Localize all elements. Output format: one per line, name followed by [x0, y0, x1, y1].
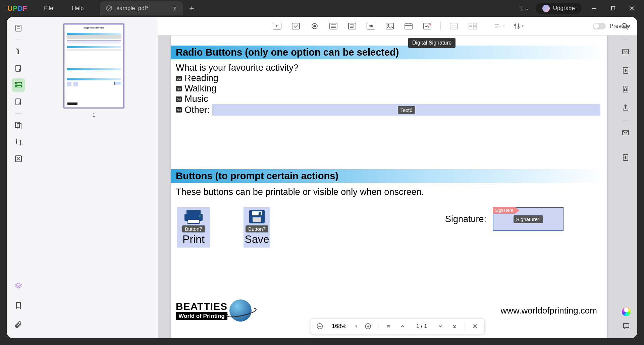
compress-tool[interactable] [619, 64, 632, 77]
zoom-out-button[interactable] [316, 322, 324, 330]
window-minimize-button[interactable] [588, 2, 600, 14]
radio-option-other[interactable]: ou Other: Text6 [176, 104, 607, 116]
svg-rect-39 [469, 23, 472, 26]
floppy-icon [247, 209, 267, 224]
preview-toggle[interactable] [593, 23, 606, 29]
form-tool[interactable] [12, 78, 25, 92]
page-indicator[interactable]: 1 / 1 [413, 323, 431, 330]
form-recognize-tool[interactable] [448, 20, 460, 32]
svg-point-51 [199, 215, 201, 217]
svg-rect-60 [625, 89, 627, 91]
first-page-button[interactable] [385, 322, 393, 330]
field-tag: Signature1 [514, 215, 543, 223]
field-tag: Text6 [398, 106, 415, 114]
thumbnails-panel: Sample Fillable PDF Form 1 [30, 17, 158, 338]
menu-file[interactable]: File [35, 5, 62, 12]
share-tool[interactable] [619, 101, 632, 115]
signature-label: Signature: [445, 214, 486, 224]
last-page-button[interactable] [451, 322, 459, 330]
svg-rect-50 [188, 219, 199, 223]
button-tool-icon: OK [367, 23, 375, 29]
comment-tool[interactable] [12, 45, 25, 58]
chevron-down-icon: ▾ [522, 24, 524, 28]
print-button-field[interactable]: Button7 Print [177, 207, 210, 248]
svg-rect-48 [186, 210, 201, 215]
svg-point-19 [314, 25, 316, 27]
list-box-tool[interactable] [346, 20, 358, 32]
organize-tool[interactable] [12, 95, 25, 109]
svg-text:OCR: OCR [624, 51, 630, 54]
svg-rect-41 [469, 26, 472, 29]
tab-close-icon[interactable]: × [153, 5, 177, 12]
export-tool[interactable] [619, 151, 632, 164]
ocr-tool[interactable]: OCR [619, 45, 632, 58]
nav-separator [465, 322, 465, 330]
radio-option-music[interactable]: ouMusic [176, 94, 607, 104]
signature-field[interactable]: Sign Here Signature1 [493, 207, 564, 231]
logo-letter-f: F [23, 4, 27, 12]
tooltip: Digital Signature [408, 38, 455, 48]
zoom-dropdown-icon[interactable]: ▼ [355, 324, 358, 328]
page-tools[interactable] [12, 119, 25, 132]
radio-question: What is your favourite activity? [176, 63, 607, 73]
text-field-tool[interactable]: TI [271, 20, 283, 32]
thumbnail-image-top: Sample Fillable PDF Form [64, 24, 123, 66]
radio-option-walking[interactable]: ouWalking [176, 83, 607, 94]
pdf-page[interactable]: Radio Buttons (only one option can be se… [171, 36, 607, 338]
email-tool[interactable] [619, 126, 632, 139]
form-grid-tool[interactable] [467, 20, 478, 32]
page-area: TI OK Digital Signature ▾ ▾ Preview [158, 17, 637, 338]
thumbnail-page-1[interactable]: Sample Fillable PDF Form [63, 23, 124, 109]
chat-button[interactable] [622, 322, 630, 332]
save-button-field[interactable]: Button7 Save [244, 207, 270, 248]
text-field-other[interactable]: Text6 [212, 104, 600, 116]
chevron-down-icon: ⌄ [524, 5, 529, 12]
company-logo: BEATTIES World of Printing [176, 299, 252, 322]
toolbar-separator [15, 40, 22, 40]
form-toolbar: TI OK Digital Signature ▾ ▾ Preview [158, 17, 637, 36]
radio-option-reading[interactable]: ouReading [176, 73, 607, 83]
document-tab[interactable]: sample_pdf* × [100, 1, 183, 15]
radio-label: Other: [184, 105, 210, 115]
redact-tool[interactable] [12, 152, 25, 165]
next-page-button[interactable] [437, 322, 445, 330]
thumbnail-image-bottom [64, 66, 123, 108]
title-bar: UPDF File Help sample_pdf* × + 1 ⌄ Upgra… [0, 0, 644, 17]
menu-help[interactable]: Help [63, 5, 93, 12]
ai-assistant-button[interactable] [622, 305, 631, 316]
svg-rect-13 [16, 99, 20, 105]
radio-badge: ou [176, 86, 182, 91]
date-field-tool[interactable] [403, 20, 414, 32]
open-doc-count[interactable]: 1 ⌄ [520, 5, 529, 12]
digital-signature-tool[interactable]: Digital Signature [422, 20, 433, 32]
svg-rect-40 [473, 23, 476, 26]
upgrade-button[interactable]: Upgrade [536, 3, 582, 14]
protect-tool[interactable] [619, 82, 632, 96]
close-nav-button[interactable] [471, 322, 479, 330]
crop-tool[interactable] [12, 135, 25, 149]
form-settings-tool[interactable]: ▾ [512, 20, 524, 32]
attachment-tool[interactable] [12, 318, 25, 332]
align-tool[interactable]: ▾ [493, 20, 505, 32]
ai-ring-icon [622, 307, 631, 316]
new-tab-button[interactable]: + [190, 4, 194, 13]
reader-tool[interactable] [12, 21, 25, 35]
layers-tool[interactable] [12, 279, 25, 293]
zoom-in-button[interactable] [364, 322, 372, 330]
radio-button-tool[interactable] [309, 20, 320, 32]
dropdown-tool[interactable] [328, 20, 339, 32]
window-close-button[interactable] [626, 2, 638, 14]
zoom-value[interactable]: 168% [330, 323, 348, 330]
toolbar-separator [15, 113, 22, 114]
edit-tool[interactable] [12, 62, 25, 75]
window-maximize-button[interactable] [607, 2, 619, 14]
checkbox-tool[interactable] [290, 20, 302, 32]
left-toolbar [7, 17, 30, 338]
bookmark-tool[interactable] [12, 299, 25, 312]
svg-line-47 [626, 27, 628, 29]
button-tool[interactable]: OK [365, 20, 377, 32]
search-button[interactable] [619, 21, 631, 32]
prev-page-button[interactable] [399, 322, 407, 330]
globe-icon [229, 299, 252, 322]
image-field-tool[interactable] [384, 20, 395, 32]
